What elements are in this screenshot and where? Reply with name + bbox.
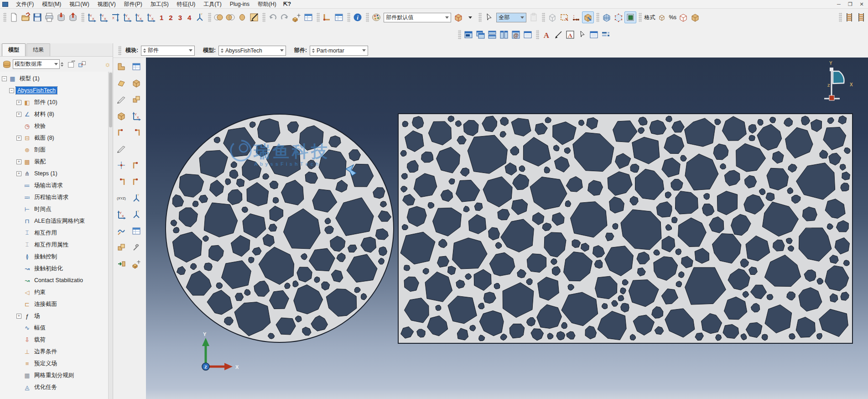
render-shaded-button[interactable] [236, 11, 248, 23]
zoom-select-button[interactable] [558, 11, 570, 23]
format-cube-icon[interactable] [656, 11, 668, 23]
view-bottom-button[interactable]: YX [121, 11, 133, 23]
tree-item-interactions[interactable]: ⌶相互作用 [0, 227, 108, 239]
part-manager-tool[interactable] [130, 60, 143, 73]
tree-item-calibrations[interactable]: ◷校验 [0, 120, 108, 132]
restore-button[interactable]: ❐ [847, 1, 854, 7]
annotation-manager-button[interactable] [588, 29, 600, 41]
part-spinner[interactable] [312, 48, 315, 53]
collapse-icon[interactable]: − [2, 76, 7, 81]
color-code-combo[interactable]: 部件默认值 [384, 13, 451, 22]
color-code-button[interactable] [370, 11, 382, 23]
viewport-tile-horizontal-button[interactable] [486, 29, 498, 41]
rect-specimen-part[interactable] [398, 114, 852, 343]
tab-model[interactable]: 模型 [2, 43, 26, 56]
tree-item-field-output[interactable]: ≔场输出请求 [0, 179, 108, 191]
tree-item-parts[interactable]: +◧部件 (10) [0, 96, 108, 108]
view-right-button[interactable]: YX [145, 11, 157, 23]
render-wireframe-button[interactable] [213, 11, 224, 23]
tree-item-steps[interactable]: +⋔Steps (1) [0, 168, 108, 179]
view-front-button[interactable]: YX [86, 11, 98, 23]
viewport-link-button[interactable]: @ [510, 29, 522, 41]
model-manager-button[interactable] [333, 11, 345, 23]
tree-spinner[interactable] [61, 62, 63, 67]
viewport-preset-4[interactable]: 4 [185, 14, 194, 21]
partition-edge-tool[interactable] [114, 126, 128, 139]
tree-item-fields[interactable]: +ƒ场 [0, 310, 108, 322]
menu-model[interactable]: 模型(M) [38, 0, 65, 8]
tree-scrollbar[interactable] [108, 72, 113, 399]
module-combo[interactable]: 部件 [141, 46, 195, 56]
annotation-arrow-button[interactable] [552, 29, 564, 41]
viewport-maximize-button[interactable] [463, 29, 474, 41]
menu-help[interactable]: 帮助(H) [254, 0, 281, 8]
datum-point-tool[interactable] [114, 158, 128, 172]
menu-part[interactable]: 部件(P) [120, 0, 146, 8]
menu-view[interactable]: 视图(V) [94, 0, 120, 8]
view-left-button[interactable]: YX [133, 11, 145, 23]
link-objects-button[interactable] [77, 59, 87, 69]
create-pattern-tool[interactable] [130, 93, 143, 106]
viewport-manager-button[interactable] [522, 29, 534, 41]
print-button[interactable] [43, 11, 55, 23]
expand-icon[interactable]: + [16, 171, 21, 176]
tree-item-contact-init[interactable]: ↝接触初始化 [0, 262, 108, 274]
tree-item-model-root[interactable]: −▦模型 (1) [0, 73, 108, 84]
replace-all-button[interactable] [582, 11, 594, 23]
create-round-tool[interactable] [114, 109, 128, 122]
minimize-button[interactable]: ─ [835, 1, 842, 7]
tree-item-remeshing-rules[interactable]: ▦网格重划分规则 [0, 369, 108, 381]
replace-display-button[interactable] [546, 11, 558, 23]
create-part-tool[interactable] [114, 60, 128, 73]
tan-cube-button[interactable] [689, 11, 701, 23]
close-button[interactable]: ✕ [858, 1, 865, 7]
tree-item-profiles[interactable]: ⊕剖面 [0, 144, 108, 156]
query-button[interactable] [291, 11, 302, 23]
collapse-icon[interactable]: − [9, 88, 14, 93]
query-manager-button[interactable] [302, 11, 314, 23]
csys-2point-tool[interactable]: YX [114, 208, 128, 221]
menu-plugins[interactable]: Plug-ins [226, 0, 254, 8]
remove-selected-button[interactable] [570, 11, 582, 23]
viewport-cascade-button[interactable] [474, 29, 486, 41]
menu-file[interactable]: 文件(F) [12, 0, 38, 8]
datum-plane-tool[interactable] [130, 158, 143, 172]
model-combo[interactable]: AbyssFishTech [218, 46, 286, 56]
mesh-display-button[interactable] [601, 11, 613, 23]
create-solid-tool[interactable] [130, 76, 143, 89]
viewport-canvas[interactable]: 瑞鱼科技 A b y s s F i s h T e c h Y X Z Y X… [146, 58, 868, 399]
white-cube-button[interactable] [677, 11, 689, 23]
tree-item-amplitudes[interactable]: ∿幅值 [0, 322, 108, 334]
tree-item-constraints[interactable]: ◁约束 [0, 286, 108, 298]
collapse-branch-button[interactable] [66, 59, 76, 69]
viewport-preset-2[interactable]: 2 [166, 14, 175, 21]
tree-item-connector-sections[interactable]: ⊏连接截面 [0, 298, 108, 310]
open-button[interactable] [20, 11, 31, 23]
expand-icon[interactable]: + [16, 100, 21, 105]
perspective-button[interactable]: Y [194, 11, 206, 23]
selection-filter-combo[interactable]: 全部 [496, 13, 526, 22]
view-back-button[interactable]: YX [98, 11, 109, 23]
datum-edge-tool[interactable] [130, 175, 143, 188]
tab-results[interactable]: 结果 [26, 43, 50, 56]
mount-db-button[interactable] [55, 11, 67, 23]
reference-point-tool[interactable] [114, 175, 128, 188]
datum-button[interactable] [321, 11, 333, 23]
tree-item-ale[interactable]: ⊓ALE自适应网格约束 [0, 215, 108, 227]
tree-item-sections[interactable]: +⊟截面 (8) [0, 132, 108, 144]
tips-lightbulb-icon[interactable]: ☼ [104, 60, 111, 68]
tree-item-materials[interactable]: +∠材料 (8) [0, 108, 108, 120]
tree-item-loads[interactable]: ⇩载荷 [0, 334, 108, 346]
displaygroup-manager-button[interactable] [624, 11, 636, 23]
expand-icon[interactable]: + [16, 112, 21, 117]
undo-button[interactable] [267, 11, 279, 23]
menu-tools[interactable]: 工具(T) [199, 0, 225, 8]
model-database-combo[interactable]: 模型数据库 [13, 59, 60, 69]
geometry-edit-manager-tool[interactable] [130, 224, 143, 237]
tree-item-contact-controls[interactable]: ≬接触控制 [0, 251, 108, 262]
view-top-button[interactable]: X [109, 11, 121, 23]
viewport-preset-3[interactable]: 3 [176, 14, 185, 21]
part-combo[interactable]: Part-mortar [310, 46, 368, 56]
expand-icon[interactable]: + [16, 314, 21, 319]
viewport-preset-1[interactable]: 1 [157, 14, 166, 21]
